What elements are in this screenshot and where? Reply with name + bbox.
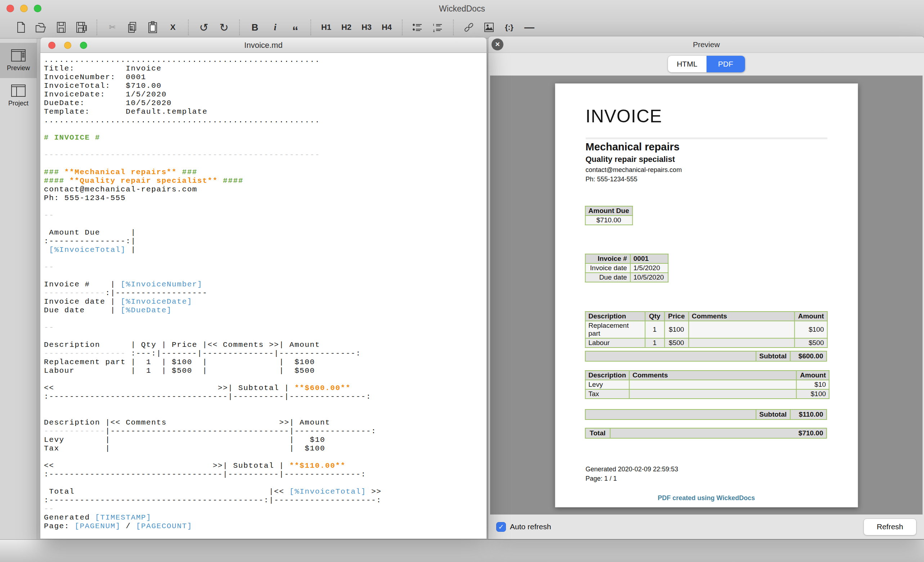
pdf-company-email: contact@mechanical-repairs.com [585, 166, 682, 174]
h3-button[interactable]: H3 [358, 19, 375, 35]
pdf-items-table: DescriptionQtyPriceCommentsAmountReplace… [585, 311, 828, 348]
preview-panel: ✕ Preview HTML PDF INVOICE Mechanical re… [488, 36, 924, 540]
editor-line: -- [44, 263, 486, 272]
editor-line: :----------------------------------|----… [44, 470, 486, 479]
app-window: WickedDocs ✂ [0, 0, 924, 562]
editor-line [44, 332, 486, 341]
cut-icon: ✂ [109, 22, 116, 32]
preview-header[interactable]: ✕ Preview [488, 36, 924, 53]
delete-button[interactable]: X [164, 19, 182, 35]
italic-button[interactable]: i [267, 19, 284, 35]
preview-title: Preview [488, 36, 924, 53]
insert-image-button[interactable] [480, 19, 498, 35]
editor-line [44, 203, 486, 211]
horizontal-rule-button[interactable]: — [521, 19, 538, 35]
open-button[interactable] [32, 19, 50, 35]
tab-html[interactable]: HTML [668, 56, 706, 72]
editor-line: ------------|---------------------------… [44, 427, 486, 436]
close-button[interactable] [6, 4, 14, 12]
editor-content[interactable]: ........................................… [40, 53, 487, 539]
bullet-list-icon [412, 22, 423, 32]
preview-close-button[interactable]: ✕ [492, 39, 503, 50]
h1-icon: H1 [321, 22, 331, 32]
pdf-generated-timestamp: Generated 2020-02-09 22:59:53 [585, 466, 678, 473]
editor-line [44, 142, 486, 151]
save-icon [56, 21, 67, 33]
new-document-button[interactable] [12, 19, 30, 35]
copy-button[interactable] [124, 19, 141, 35]
bullet-list-button[interactable] [409, 19, 426, 35]
editor-line: Replacement part | 1 | $100 | | $100 [44, 358, 486, 367]
redo-button[interactable]: ↻ [215, 19, 232, 35]
code-icon: {:} [505, 23, 513, 32]
editor-titlebar[interactable]: Invoice.md [40, 37, 487, 53]
amount-due-header: Amount Due [585, 206, 632, 215]
bold-button[interactable]: B [246, 19, 264, 35]
pdf-viewport[interactable]: INVOICE Mechanical repairs Quality repai… [490, 76, 922, 514]
editor-line: -- [44, 323, 486, 332]
close-icon: ✕ [495, 41, 500, 48]
subtotal-spacer [585, 410, 756, 419]
minimize-button[interactable] [20, 4, 28, 12]
insert-code-button[interactable]: {:} [501, 19, 518, 35]
editor-line: Description | Qty | Price |<< Comments >… [44, 341, 486, 349]
sidebar-item-project[interactable]: Project [0, 78, 37, 113]
app-chrome: WickedDocs ✂ [0, 0, 924, 39]
editor-line: -- [44, 211, 486, 220]
editor-line: << >>| Subtotal | **$600.00** [44, 384, 486, 393]
editor-line: InvoiceDate: 1/5/2020 [44, 90, 486, 99]
editor-line: Levy | | $10 [44, 436, 486, 444]
editor-line: contact@mechanical-repairs.com [44, 185, 486, 194]
editor-line: InvoiceNumber: 0001 [44, 73, 486, 82]
zoom-button[interactable] [34, 4, 41, 12]
h2-icon: H2 [341, 22, 351, 32]
editor-zoom-button[interactable] [80, 42, 87, 49]
undo-icon: ↺ [199, 21, 208, 34]
editor-line: :-----------------------------------|---… [44, 393, 486, 401]
pdf-page: INVOICE Mechanical repairs Quality repai… [555, 84, 858, 507]
app-titlebar[interactable]: WickedDocs [0, 0, 924, 16]
pdf-company-phone: Ph: 555-1234-555 [585, 176, 638, 183]
h2-button[interactable]: H2 [338, 19, 355, 35]
paste-button[interactable] [144, 19, 161, 35]
toolbar: ✂ X ↺ ↻ [0, 16, 924, 38]
quote-button[interactable]: “ [286, 19, 304, 35]
editor-line: # INVOICE # [44, 133, 486, 142]
cut-button[interactable]: ✂ [104, 19, 121, 35]
toolbar-group-format: B i “ [239, 19, 310, 35]
editor-line [44, 453, 486, 462]
sidebar-item-preview[interactable]: Preview [0, 43, 37, 78]
editor-window: Invoice.md .............................… [40, 37, 487, 539]
undo-button[interactable]: ↺ [195, 19, 213, 35]
auto-refresh-checkbox[interactable]: ✓ [496, 522, 506, 532]
editor-line: Generated [TIMESTAMP] [44, 513, 486, 522]
editor-line: ------------:|------------------ [44, 289, 486, 297]
editor-line: Page: [PAGENUM] / [PAGECOUNT] [44, 522, 486, 531]
tab-pdf[interactable]: PDF [706, 56, 745, 72]
editor-minimize-button[interactable] [64, 42, 71, 49]
amount-due-value: $710.00 [585, 215, 632, 225]
save-as-button[interactable] [73, 19, 90, 35]
numbered-list-button[interactable] [429, 19, 447, 35]
h1-button[interactable]: H1 [318, 19, 335, 35]
editor-line [44, 125, 486, 133]
h4-icon: H4 [382, 22, 392, 32]
editor-line: :---------------------------------------… [44, 496, 486, 505]
h4-button[interactable]: H4 [378, 19, 395, 35]
pdf-subtotal-bar-2: Subtotal $110.00 [585, 409, 827, 420]
preview-tab-strip: HTML PDF [488, 53, 924, 75]
project-layout-icon [11, 84, 26, 97]
editor-line: DueDate: 10/5/2020 [44, 99, 486, 108]
save-button[interactable] [52, 19, 70, 35]
toolbar-group-headings: H1 H2 H3 H4 [310, 19, 402, 35]
app-title: WickedDocs [0, 0, 924, 17]
editor-close-button[interactable] [48, 42, 56, 49]
pdf-subtotal-bar-1: Subtotal $600.00 [585, 351, 827, 362]
insert-link-button[interactable] [460, 19, 477, 35]
editor-line: ........................................… [44, 116, 486, 125]
editor-line: ### **Mechanical repairs** ### [44, 168, 486, 177]
editor-line: ........................................… [44, 56, 486, 64]
pdf-total-bar: Total $710.00 [585, 428, 827, 439]
editor-line [44, 410, 486, 419]
refresh-button[interactable]: Refresh [864, 519, 916, 535]
